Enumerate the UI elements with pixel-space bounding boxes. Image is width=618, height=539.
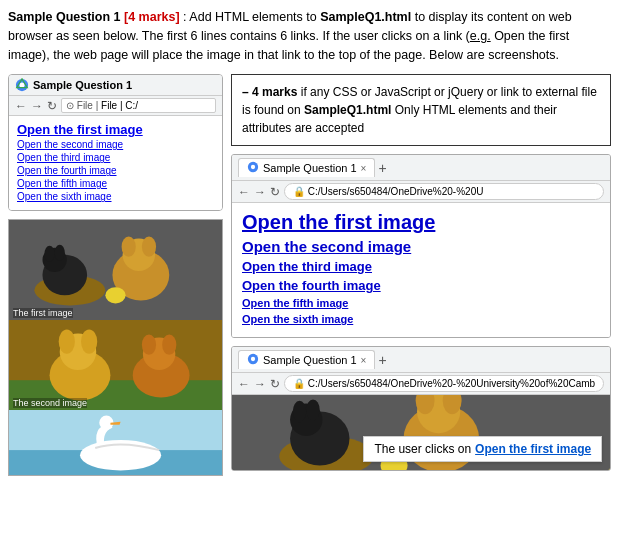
bottom-forward-btn[interactable]: → [254, 377, 266, 391]
left-link-1[interactable]: Open the first image [17, 122, 214, 137]
chrome-icon-bottom [247, 353, 259, 367]
secure-icon: 🔒 [293, 186, 308, 197]
bottom-browser-window: Sample Question 1 × + ← → ↻ 🔒 C:/Users/s… [231, 346, 611, 471]
caption-text: The user clicks on [374, 442, 471, 456]
svg-point-22 [162, 335, 176, 355]
header-description: Sample Question 1 [4 marks] : Add HTML e… [8, 8, 610, 64]
back-btn[interactable]: ← [15, 99, 27, 113]
svg-point-28 [251, 165, 255, 169]
svg-point-21 [142, 335, 156, 355]
right-back-btn[interactable]: ← [238, 185, 250, 199]
forward-btn[interactable]: → [31, 99, 43, 113]
right-browser-body: Open the first image Open the second ima… [232, 203, 610, 337]
left-link-5[interactable]: Open the fifth image [17, 178, 214, 189]
refresh-btn[interactable]: ↻ [47, 99, 57, 113]
img-caption-1: The first image [13, 308, 73, 318]
caption-box: The user clicks on Open the first image [363, 436, 602, 462]
chrome-icon-right [247, 161, 259, 175]
svg-point-11 [142, 237, 156, 257]
bottom-browser-toolbar: Sample Question 1 × + [232, 347, 610, 373]
right-refresh-btn[interactable]: ↻ [270, 185, 280, 199]
dog-image-1: The first image [9, 220, 222, 320]
right-panel: – 4 marks if any CSS or JavaScript or jQ… [231, 74, 611, 476]
svg-point-17 [59, 330, 75, 354]
right-address-bar[interactable]: 🔒 C:/Users/s650484/OneDrive%20-%20U [284, 183, 604, 200]
left-browser-window: Sample Question 1 ← → ↻ ⊙ File | File | … [8, 74, 223, 211]
left-address-bar[interactable]: ⊙ File | File | C:/ [61, 98, 216, 113]
svg-point-7 [55, 245, 65, 261]
right-link-3[interactable]: Open the third image [242, 259, 600, 274]
svg-point-36 [306, 400, 320, 422]
right-nav-bar: ← → ↻ 🔒 C:/Users/s650484/OneDrive%20-%20… [232, 181, 610, 203]
bottom-secure-icon: 🔒 [293, 378, 308, 389]
right-browser-toolbar: Sample Question 1 × + [232, 155, 610, 181]
warning-box: – 4 marks if any CSS or JavaScript or jQ… [231, 74, 611, 146]
left-link-2[interactable]: Open the second image [17, 139, 214, 150]
svg-point-6 [45, 246, 55, 262]
bottom-browser-body: The user clicks on Open the first image [232, 395, 610, 470]
left-browser-body: Open the first image Open the second ima… [9, 116, 222, 210]
right-browser-window: Sample Question 1 × + ← → ↻ 🔒 C:/Users/s… [231, 154, 611, 338]
right-link-5[interactable]: Open the fifth image [242, 297, 600, 309]
svg-point-30 [251, 357, 255, 361]
tab-close-btn[interactable]: × [361, 163, 367, 174]
left-link-3[interactable]: Open the third image [17, 152, 214, 163]
svg-point-18 [81, 330, 97, 354]
question-title: Sample Question 1 [4 marks] [8, 10, 183, 24]
new-tab-btn[interactable]: + [378, 160, 386, 176]
left-browser-toolbar: Sample Question 1 [9, 75, 222, 96]
left-images-section: The first image T [8, 219, 223, 476]
right-browser-title: Sample Question 1 [263, 162, 357, 174]
right-link-2[interactable]: Open the second image [242, 238, 600, 255]
bottom-nav-bar: ← → ↻ 🔒 C:/Users/s650484/OneDrive%20-%20… [232, 373, 610, 395]
bottom-active-tab[interactable]: Sample Question 1 × [238, 350, 375, 369]
right-link-4[interactable]: Open the fourth image [242, 278, 600, 293]
svg-point-10 [122, 237, 136, 257]
right-link-6[interactable]: Open the sixth image [242, 313, 600, 325]
dog-image-2: The second image [9, 320, 222, 410]
right-forward-btn[interactable]: → [254, 185, 266, 199]
bottom-tab-close-btn[interactable]: × [361, 355, 367, 366]
chrome-icon [15, 78, 29, 92]
bottom-address-bar[interactable]: 🔒 C:/Users/s650484/OneDrive%20-%20Univer… [284, 375, 604, 392]
svg-point-35 [293, 401, 307, 423]
svg-point-12 [105, 287, 125, 303]
bottom-new-tab-btn[interactable]: + [378, 352, 386, 368]
active-tab[interactable]: Sample Question 1 × [238, 158, 375, 177]
bottom-back-btn[interactable]: ← [238, 377, 250, 391]
left-link-6[interactable]: Open the sixth image [17, 191, 214, 202]
left-link-list: Open the first image Open the second ima… [17, 122, 214, 202]
swan-image [9, 410, 222, 475]
left-panel: Sample Question 1 ← → ↻ ⊙ File | File | … [8, 74, 223, 476]
left-nav-bar: ← → ↻ ⊙ File | File | C:/ [9, 96, 222, 116]
left-link-4[interactable]: Open the fourth image [17, 165, 214, 176]
right-link-1[interactable]: Open the first image [242, 211, 600, 234]
file-icon: ⊙ File | [66, 100, 101, 111]
caption-link: Open the first image [475, 442, 591, 456]
bottom-browser-title: Sample Question 1 [263, 354, 357, 366]
bottom-tab-area: Sample Question 1 × + [238, 350, 387, 369]
main-content: Sample Question 1 ← → ↻ ⊙ File | File | … [8, 74, 610, 476]
tab-area: Sample Question 1 × + [238, 158, 387, 177]
img-caption-2: The second image [13, 398, 87, 408]
bottom-refresh-btn[interactable]: ↻ [270, 377, 280, 391]
left-browser-title: Sample Question 1 [33, 79, 216, 91]
